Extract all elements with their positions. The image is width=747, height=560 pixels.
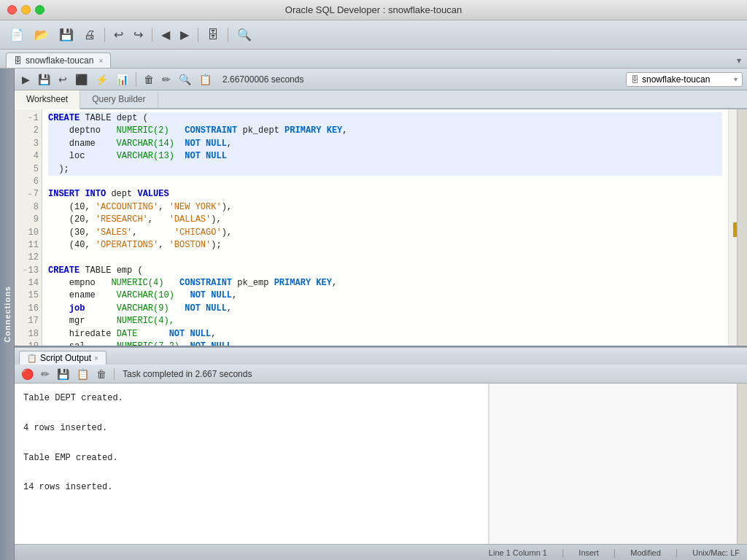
- worksheet-tab[interactable]: Worksheet: [15, 90, 80, 109]
- code-line-3: dname VARCHAR(14) NOT NULL,: [48, 138, 722, 150]
- sql-editor-pane: −123456−789101112−13141516171819 CREATE …: [15, 109, 747, 347]
- print-button[interactable]: 🖨: [80, 26, 99, 44]
- code-line-10: (30, 'SALES', 'CHICAGO'),: [48, 227, 722, 239]
- run-explain-button[interactable]: ⚡: [93, 72, 111, 87]
- line-number-11: 11: [18, 239, 39, 252]
- editor-toolbar: ▶ 💾 ↩ ⬛ ⚡ 📊 🗑 ✏ 🔍 📋 2.66700006 seconds 🗄…: [15, 69, 747, 90]
- new-button[interactable]: 📄: [6, 26, 28, 44]
- line-number-12: 12: [18, 252, 39, 264]
- fold-indicator-1[interactable]: −: [28, 114, 31, 123]
- code-line-6: [48, 176, 722, 188]
- output-run-button[interactable]: 🔴: [19, 368, 36, 381]
- redo-button[interactable]: ↪: [130, 26, 147, 44]
- line-number-10: 10: [18, 227, 39, 239]
- db-connection-button[interactable]: 🗄: [204, 26, 222, 44]
- cancel-button[interactable]: ⬛: [72, 72, 90, 87]
- gutter-mark: [733, 222, 737, 237]
- output-toolbar: 🔴 ✏ 💾 📋 🗑 Task completed in 2.667 second…: [15, 365, 747, 384]
- autotrace-button[interactable]: 📊: [113, 72, 131, 87]
- line-number-8: 8: [18, 201, 39, 214]
- line-number-17: 17: [18, 315, 39, 327]
- rollback-button[interactable]: ↩: [55, 72, 70, 87]
- line-number-9: 9: [18, 214, 39, 226]
- close-button[interactable]: [7, 5, 17, 15]
- code-line-11: (40, 'OPERATIONS', 'BOSTON');: [48, 239, 722, 252]
- line-number-4: 4: [18, 150, 39, 163]
- forward-button[interactable]: ▶: [177, 26, 193, 44]
- query-builder-tab-label: Query Builder: [92, 94, 145, 104]
- find-replace-button[interactable]: 🔍: [176, 72, 194, 87]
- output-line: 4 rows inserted.: [23, 421, 479, 435]
- output-tab-bar: 📋 Script Output ×: [15, 347, 747, 365]
- save-button[interactable]: 💾: [55, 26, 77, 44]
- back-button[interactable]: ◀: [158, 26, 174, 44]
- output-line: Table DEPT created.: [23, 391, 479, 405]
- output-line: [23, 465, 479, 480]
- toolbar-separator-2: [152, 28, 152, 42]
- execution-time: 2.66700006 seconds: [222, 74, 624, 85]
- code-line-5: );: [48, 163, 722, 176]
- toolbar-separator-3: [198, 28, 198, 42]
- script-output-tab[interactable]: 📋 Script Output ×: [19, 351, 107, 365]
- title-bar: Oracle SQL Developer : snowflake-toucan: [0, 0, 747, 20]
- main-toolbar: 📄 📂 💾 🖨 ↩ ↪ ◀ ▶ 🗄 🔍: [0, 20, 747, 50]
- code-line-4: loc VARCHAR(13) NOT NULL: [48, 150, 722, 163]
- output-edit-button[interactable]: ✏: [39, 368, 52, 381]
- code-line-2: deptno NUMERIC(2) CONSTRAINT pk_dept PRI…: [48, 125, 722, 137]
- doc-tab-snowflake-toucan[interactable]: 🗄 snowflake-toucan ×: [6, 52, 111, 68]
- doc-tab-close-button[interactable]: ×: [98, 57, 103, 65]
- find-button[interactable]: 🔍: [233, 26, 255, 44]
- output-line: Table EMP created.: [23, 451, 479, 465]
- script-output-pane: 📋 Script Output × 🔴 ✏ 💾 📋 🗑 Task complet…: [15, 347, 747, 544]
- clear-button[interactable]: 🗑: [141, 72, 157, 87]
- connections-sidebar[interactable]: Connections: [0, 69, 15, 560]
- output-text: Table DEPT created. 4 rows inserted. Tab…: [15, 384, 489, 544]
- line-number-6: 6: [18, 176, 39, 188]
- format-button[interactable]: ✏: [159, 72, 174, 87]
- line-number-5: 5: [18, 163, 39, 176]
- output-save-button[interactable]: 💾: [55, 368, 71, 381]
- maximize-button[interactable]: [35, 5, 44, 15]
- status-insert: Insert: [578, 548, 599, 557]
- commit-button[interactable]: 💾: [35, 72, 53, 87]
- output-tab-close-button[interactable]: ×: [94, 354, 98, 362]
- window-controls: [7, 5, 44, 15]
- connection-selector[interactable]: 🗄 snowflake-toucan ▾: [626, 72, 743, 87]
- minimize-button[interactable]: [21, 5, 31, 15]
- line-number-3: 3: [18, 138, 39, 150]
- document-tab-bar: 🗄 snowflake-toucan × ▾: [0, 50, 747, 69]
- output-line: [23, 435, 479, 450]
- code-line-9: (20, 'RESEARCH', 'DALLAS'),: [48, 214, 722, 226]
- history-button[interactable]: 📋: [196, 72, 214, 87]
- code-line-17: mgr NUMERIC(4),: [48, 315, 722, 327]
- connections-label: Connections: [3, 286, 12, 343]
- query-builder-tab[interactable]: Query Builder: [80, 90, 158, 108]
- window-title: Oracle SQL Developer : snowflake-toucan: [285, 4, 462, 15]
- line-number-7: −7: [18, 188, 39, 201]
- editor-area: ▶ 💾 ↩ ⬛ ⚡ 📊 🗑 ✏ 🔍 📋 2.66700006 seconds 🗄…: [15, 69, 747, 560]
- code-editor[interactable]: CREATE TABLE dept ( deptno NUMERIC(2) CO…: [42, 109, 728, 346]
- vertical-scrollbar[interactable]: [737, 109, 747, 346]
- line-numbers: −123456−789101112−13141516171819: [15, 109, 42, 346]
- toolbar-separator-1: [104, 28, 105, 42]
- line-number-19: 19: [18, 341, 39, 346]
- status-bar: Line 1 Column 1 | Insert | Modified | Un…: [15, 544, 747, 560]
- connection-selector-name: snowflake-toucan: [642, 74, 710, 85]
- output-line: 14 rows inserted.: [23, 480, 479, 494]
- output-scrollbar[interactable]: [737, 384, 747, 544]
- output-toolbar-sep: [114, 368, 115, 380]
- code-line-12: [48, 252, 722, 264]
- doc-tab-icon: 🗄: [14, 56, 22, 65]
- code-line-8: (10, 'ACCOUNTING', 'NEW YORK'),: [48, 201, 722, 214]
- run-script-button[interactable]: ▶: [19, 72, 33, 87]
- output-copy-button[interactable]: 📋: [74, 368, 91, 381]
- fold-indicator-7[interactable]: −: [28, 190, 31, 200]
- output-right-panel: [489, 384, 737, 544]
- open-button[interactable]: 📂: [31, 26, 53, 44]
- output-clear-button[interactable]: 🗑: [94, 368, 109, 381]
- doc-tabs-dropdown[interactable]: ▾: [737, 55, 741, 66]
- fold-indicator-13[interactable]: −: [23, 266, 26, 276]
- code-line-1: CREATE TABLE dept (: [48, 112, 722, 125]
- undo-button[interactable]: ↩: [110, 26, 127, 44]
- toolbar-separator-4: [228, 28, 228, 42]
